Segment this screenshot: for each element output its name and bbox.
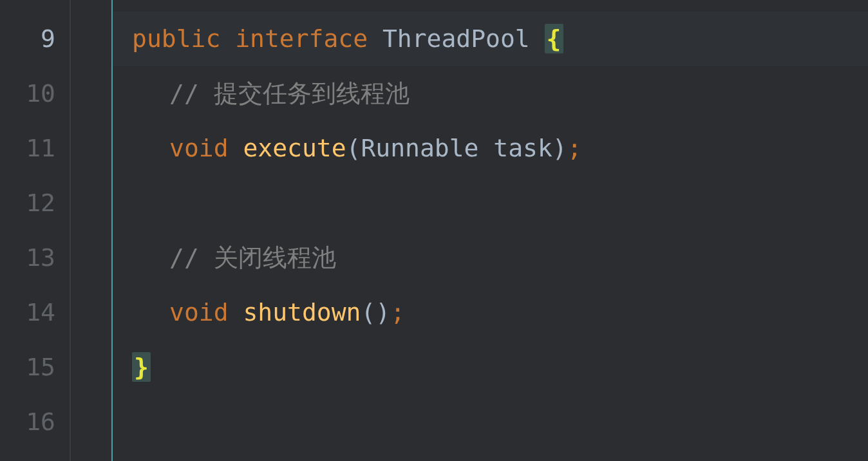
- token-paren: ): [552, 134, 567, 162]
- token-kw: public: [132, 24, 235, 53]
- token-paren: (): [361, 298, 390, 326]
- line-number: 14: [0, 285, 70, 340]
- token-semi: ;: [567, 134, 582, 162]
- token-comment: // 关闭线程池: [169, 243, 336, 272]
- token-brace: }: [132, 352, 151, 382]
- line-number: 16: [0, 395, 70, 449]
- token-paren: (: [346, 134, 361, 162]
- code-line[interactable]: // 关闭线程池: [132, 230, 868, 285]
- token-type: ThreadPool: [382, 24, 545, 53]
- code-line[interactable]: }: [132, 340, 868, 395]
- line-number: 15: [0, 340, 70, 395]
- code-area[interactable]: public interface ThreadPool {// 提交任务到线程池…: [113, 0, 868, 461]
- line-number: 13: [0, 230, 70, 285]
- line-number: 12: [0, 176, 70, 230]
- token-brace: {: [545, 24, 563, 53]
- code-line[interactable]: void shutdown();: [132, 285, 868, 340]
- code-line[interactable]: // 提交任务到线程池: [132, 66, 868, 121]
- code-line[interactable]: [132, 395, 868, 449]
- indent-guide: [71, 0, 113, 461]
- token-method: execute: [243, 134, 346, 162]
- token-kw: interface: [235, 24, 382, 53]
- token-kw: void: [169, 298, 243, 326]
- code-line[interactable]: void execute(Runnable task);: [132, 121, 868, 176]
- code-editor[interactable]: 910111213141516 public interface ThreadP…: [0, 0, 868, 461]
- token-semi: ;: [390, 298, 405, 326]
- line-number: 11: [0, 121, 70, 176]
- line-number: 9: [0, 12, 70, 66]
- code-line[interactable]: [132, 176, 868, 230]
- token-comment: // 提交任务到线程池: [169, 79, 410, 108]
- code-line[interactable]: public interface ThreadPool {: [113, 12, 868, 66]
- line-number-gutter: 910111213141516: [0, 0, 71, 461]
- line-number: 10: [0, 66, 70, 121]
- token-plain: Runnable task: [361, 134, 552, 162]
- token-kw: void: [169, 134, 243, 162]
- token-method: shutdown: [243, 298, 361, 326]
